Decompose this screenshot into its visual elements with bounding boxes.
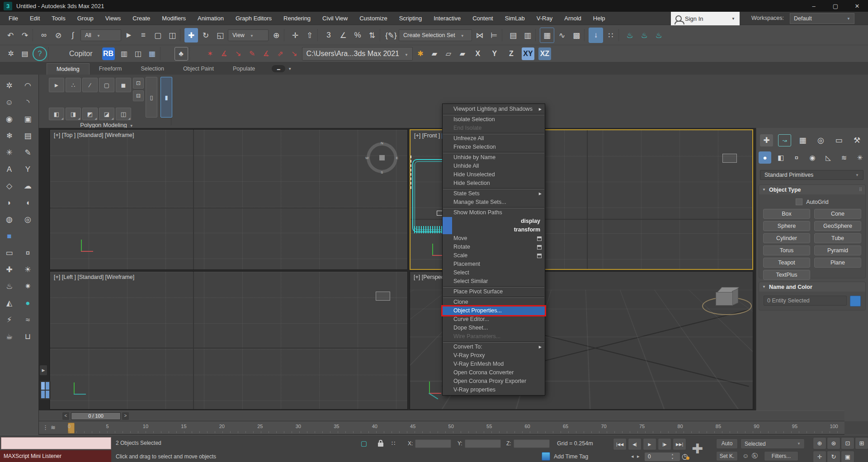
play-button[interactable]: ▶ [643, 438, 656, 450]
coord-z-field[interactable] [514, 439, 550, 448]
align-icon[interactable]: ⊨ [487, 28, 501, 42]
angle-snap-toggle-icon[interactable]: ∠ [336, 28, 350, 42]
select-object-icon[interactable]: ► [122, 28, 136, 42]
primitive-button[interactable]: Plane [814, 258, 861, 268]
category-spacewarps[interactable]: ≋ [838, 151, 850, 164]
snowflake-tool-icon[interactable]: ❄ [0, 127, 19, 144]
menu-unhide-by-name[interactable]: Unhide by Name [443, 153, 545, 162]
menu-open-corona-proxy-exporter[interactable]: Open Corona Proxy Exporter [443, 377, 545, 386]
menu-freeze-selection[interactable]: Freeze Selection [443, 143, 545, 151]
menu-rotate[interactable]: Rotate [443, 243, 545, 251]
workspace-dropdown[interactable]: Default ▼ [790, 13, 854, 24]
curve-editor-icon[interactable]: ∿ [555, 28, 569, 42]
axis-y-button[interactable]: Y [488, 47, 501, 60]
category-lights[interactable]: ¤ [790, 151, 803, 164]
cad-angle-45-icon[interactable]: ∡ [218, 47, 231, 60]
menu-bar-item[interactable]: Create [127, 12, 156, 25]
bucket-icon[interactable]: ⊔ [19, 328, 37, 345]
mirror-icon[interactable]: ⋈ [473, 28, 486, 42]
category-cameras[interactable]: ◉ [806, 151, 819, 164]
orbit-icon[interactable]: ↻ [827, 451, 840, 462]
primitive-button[interactable]: TextPlus [763, 270, 810, 280]
geosphere-icon[interactable]: ◎ [19, 211, 37, 228]
maximize-button[interactable]: ▢ [825, 0, 846, 12]
preview-multi-icon[interactable]: ⊟ [133, 90, 144, 101]
go-to-start-button[interactable]: |◀◀ [613, 438, 627, 450]
close-button[interactable]: ✕ [846, 0, 868, 12]
menu-end-isolate[interactable]: End Isolate [443, 124, 545, 132]
render-setup-icon[interactable]: ♨ [623, 28, 637, 42]
select-and-manipulate-icon[interactable]: ✛ [288, 28, 302, 42]
menu-bar-item[interactable]: Views [99, 12, 127, 25]
toolbar-button[interactable] [618, 29, 622, 41]
select-and-scale-icon[interactable]: ◱ [213, 28, 227, 42]
key-filter-icon[interactable]: ⓚ [752, 452, 758, 460]
clover-script-icon[interactable]: ♣ [175, 47, 188, 61]
name-color-rollout-header[interactable]: ▼ Name and Color [759, 282, 865, 292]
layers-stack-icon[interactable]: ▤ [19, 127, 37, 144]
asset-cabinet-icon[interactable]: ▥ [118, 47, 131, 60]
object-name-field[interactable]: 0 Entity Selected [764, 296, 847, 306]
key-filters-button[interactable]: Filters... [764, 451, 798, 461]
text-tool-icon[interactable]: A [0, 161, 19, 178]
distant-object[interactable] [376, 292, 390, 301]
tree-tool-icon[interactable]: ✳ [0, 144, 19, 161]
viewport-label[interactable]: [+] [Left ] [Standard] [Wireframe] [54, 274, 134, 280]
pan-view-icon[interactable]: ✛ [813, 451, 826, 462]
characters-tool-icon[interactable]: ☺ [0, 94, 19, 111]
cloud-tool-icon[interactable]: ☁ [19, 178, 37, 194]
sign-in-button[interactable]: Sign In ▼ [671, 12, 740, 25]
menu-bar-item[interactable]: Scripting [393, 12, 428, 25]
menu-vray-enmesh[interactable]: V-Ray EnMesh Mod [443, 360, 545, 368]
next-frame-button[interactable]: |▶ [658, 438, 671, 450]
menu-open-corona-converter[interactable]: Open Corona Converter [443, 368, 545, 377]
ribbon-minimize-button[interactable]: ▬ [272, 65, 285, 72]
maxscript-mini-listener[interactable]: MAXScript Mini Listener [0, 450, 111, 462]
toolbar-button[interactable] [584, 29, 588, 41]
category-systems[interactable]: ✳ [854, 151, 866, 164]
primitive-button[interactable]: Torus [763, 245, 810, 255]
axis-xz-button[interactable]: XZ [538, 47, 551, 60]
schematic-view-icon[interactable]: ▩ [570, 28, 583, 42]
toolbar-button[interactable] [160, 47, 173, 60]
primitive-button[interactable]: Cone [814, 209, 861, 219]
minimize-button[interactable]: – [803, 0, 825, 12]
prism-icon[interactable]: ◭ [0, 295, 19, 311]
menu-object-properties[interactable]: Object Properties... [443, 306, 545, 315]
poly-tool-1-icon[interactable]: ◧ [49, 108, 64, 120]
viewport-top[interactable]: [+] [Top ] [Standard] [Wireframe] N E S … [50, 129, 408, 270]
toolbar-button[interactable] [502, 29, 505, 41]
auto-key-button[interactable]: Auto [716, 438, 738, 449]
polygon-modeling-panel-label[interactable]: Polygon Modeling▼ [49, 122, 165, 128]
toolbar-button[interactable] [317, 29, 321, 41]
element-mode-icon[interactable]: ◼ [116, 78, 131, 92]
toolbar-button[interactable] [189, 47, 203, 60]
autogrid-checkbox[interactable]: AutoGrid [759, 198, 865, 205]
next-frame-arrow[interactable]: > [122, 412, 129, 420]
menu-bar-item[interactable]: Graph Editors [230, 12, 278, 25]
monitor-icon[interactable]: ▭ [0, 245, 19, 261]
use-pivot-center-icon[interactable]: ⊕ [269, 28, 283, 42]
menu-bar-item[interactable]: Edit [24, 12, 46, 25]
menu-hide-selection[interactable]: Hide Selection [443, 179, 545, 188]
primitive-button[interactable]: Cylinder [763, 233, 810, 243]
sun-icon[interactable]: ☀ [19, 261, 37, 278]
tab-populate[interactable]: Populate [223, 63, 264, 75]
tab-modify[interactable]: ↝ [778, 134, 791, 146]
undo-icon[interactable]: ↶ [4, 28, 17, 42]
poly-tool-4-icon[interactable]: ◪ [99, 108, 114, 120]
preview-subobject-icon[interactable]: ⊡ [133, 78, 144, 89]
container-tool-icon[interactable]: ▣ [19, 111, 37, 127]
menu-bar-item[interactable]: Help [587, 12, 611, 25]
go-to-end-button[interactable]: ▶▶| [673, 438, 686, 450]
time-slider[interactable]: < 0 / 100 > [39, 410, 844, 421]
menu-bar-item[interactable]: Civil View [316, 12, 354, 25]
poly-tool-5-icon[interactable]: ◫ [116, 108, 131, 120]
previous-frame-button[interactable]: ◀| [628, 438, 642, 450]
ribbon-toggle-icon[interactable]: ▦ [540, 28, 554, 43]
cad-vco-icon[interactable]: ⇗ [274, 47, 287, 60]
menu-vray-proxy[interactable]: V-Ray Proxy [443, 351, 545, 360]
project-download-icon[interactable]: ↓ [589, 28, 603, 43]
rendered-frame-window-icon[interactable]: ♨ [637, 28, 651, 42]
category-helpers[interactable]: ◺ [822, 151, 835, 164]
